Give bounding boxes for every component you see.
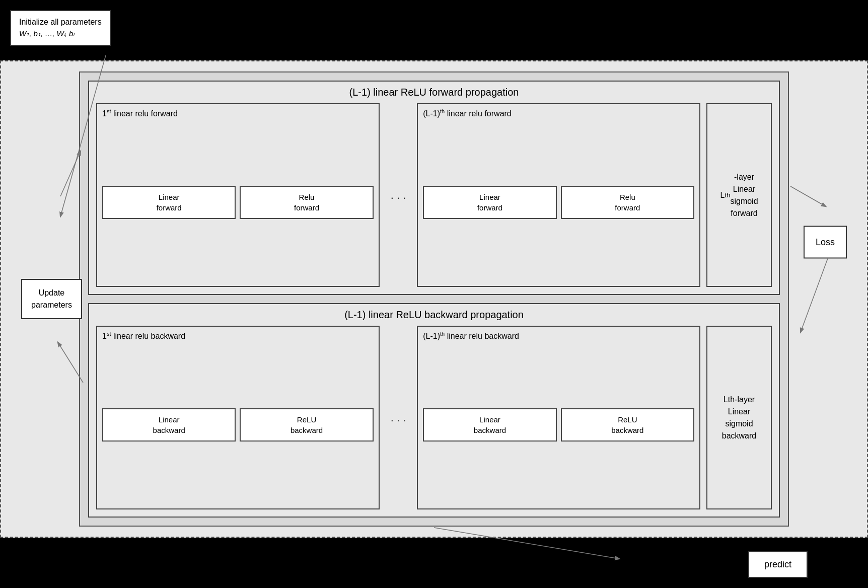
first-linear-relu-backward: 1st linear relu backward Linearbackward … [96, 326, 380, 509]
inner-container: (L-1) linear ReLU forward propagation 1s… [79, 71, 789, 527]
forward-ellipsis: . . . [386, 103, 411, 287]
linear-backward-box-1: Linearbackward [102, 408, 236, 442]
lth-sigmoid-backward-box: Lth-layerLinearsigmoidbackward [706, 326, 772, 509]
first-backward-inner: Linearbackward ReLUbackward [102, 345, 374, 504]
init-label: Initialize all parameters [19, 16, 102, 28]
backward-propagation-block: (L-1) linear ReLU backward propagation 1… [88, 303, 780, 518]
predict-label: predict [764, 559, 791, 569]
backward-ellipsis: . . . [386, 326, 411, 509]
first-forward-inner: Linearforward Reluforward [102, 122, 374, 282]
linear-backward-box-2: Linearbackward [423, 408, 556, 442]
forward-propagation-block: (L-1) linear ReLU forward propagation 1s… [88, 81, 780, 295]
init-parameters-box: Initialize all parameters W₁, b₁, …, Wₗ,… [10, 10, 111, 46]
predict-box: predict [748, 551, 808, 578]
init-math: W₁, b₁, …, Wₗ, bₗ [19, 28, 102, 40]
lth-sigmoid-forward-box: Lth-layerLinearsigmoidforward [706, 103, 772, 287]
forward-prop-title: (L-1) linear ReLU forward propagation [96, 87, 772, 98]
relu-forward-box-1: Reluforward [240, 186, 373, 219]
update-label-line1: Update [31, 287, 72, 299]
linear-forward-box-1: Linearforward [102, 186, 236, 219]
relu-backward-box-2: ReLUbackward [561, 408, 694, 442]
last-linear-relu-backward: (L-1)th linear relu backward Linearbackw… [417, 326, 700, 509]
loss-label: Loss [816, 237, 835, 247]
loss-box: Loss [804, 226, 847, 258]
linear-forward-box-2: Linearforward [423, 186, 556, 219]
last-backward-inner: Linearbackward ReLUbackward [423, 345, 694, 504]
last-forward-inner: Linearforward Reluforward [423, 122, 694, 282]
first-forward-title: 1st linear relu forward [102, 108, 374, 118]
forward-prop-inner: 1st linear relu forward Linearforward Re… [96, 103, 772, 287]
relu-backward-box-1: ReLUbackward [240, 408, 373, 442]
backward-prop-inner: 1st linear relu backward Linearbackward … [96, 326, 772, 509]
first-linear-relu-forward: 1st linear relu forward Linearforward Re… [96, 103, 380, 287]
first-backward-title: 1st linear relu backward [102, 331, 374, 341]
backward-prop-title: (L-1) linear ReLU backward propagation [96, 309, 772, 321]
last-backward-title: (L-1)th linear relu backward [423, 331, 694, 341]
update-parameters-box: Update parameters [21, 279, 82, 319]
main-diagram-area: Update parameters Loss (L-1) linear ReLU… [0, 60, 868, 538]
relu-forward-box-2: Reluforward [561, 186, 694, 219]
last-linear-relu-forward: (L-1)th linear relu forward Linearforwar… [417, 103, 700, 287]
update-label-line2: parameters [31, 299, 72, 311]
last-forward-title: (L-1)th linear relu forward [423, 108, 694, 118]
